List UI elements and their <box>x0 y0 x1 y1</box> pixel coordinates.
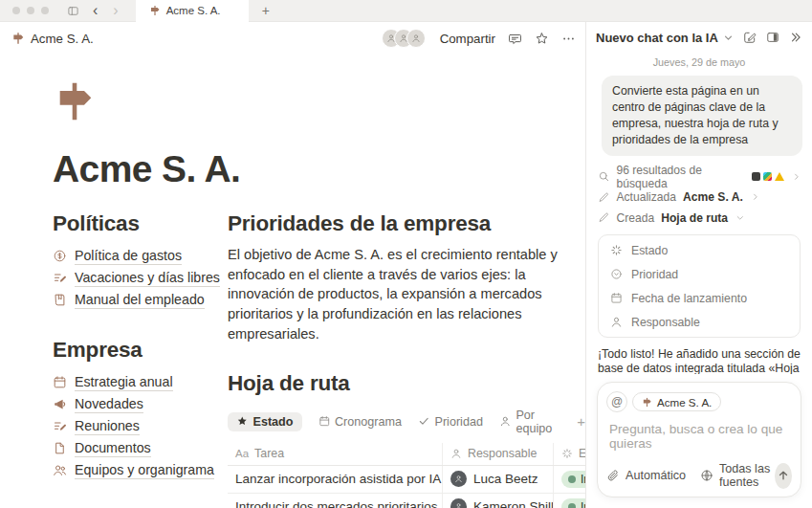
composer-input[interactable]: Pregunta, busca o crea lo que quieras <box>609 422 789 451</box>
page-link-icon <box>53 463 67 477</box>
property-label: Prioridad <box>631 268 678 281</box>
ai-panel-header: Nuevo chat con la IA <box>586 22 812 53</box>
page-title: Acme S. A. <box>53 148 585 190</box>
page-link-label: Estrategia anual <box>75 374 173 391</box>
tab-acme[interactable]: Acme S. A. <box>136 0 249 22</box>
ai-activity-list: 96 resultados de búsqueda <box>598 166 801 229</box>
status-badge: Inic <box>561 471 585 488</box>
chevron-icon <box>735 213 745 223</box>
view-tab[interactable]: Cronograma <box>318 415 403 429</box>
content-row: Acme S. A. Compartir Acme S. A. <box>0 22 812 508</box>
task-label: Introducir dos mercados prioritarios <box>235 499 438 508</box>
breadcrumb[interactable]: Acme S. A. <box>11 32 94 46</box>
view-tab[interactable]: Por equipo <box>499 409 560 435</box>
attach-mode-button[interactable]: Automático <box>606 469 686 482</box>
column-header[interactable]: Aa Tarea <box>228 443 442 465</box>
ai-composer[interactable]: @ Acme S. A. Pregunta, busca o crea lo q… <box>597 382 801 497</box>
property-row[interactable]: Estado <box>599 238 800 262</box>
share-button[interactable]: Compartir <box>440 32 495 46</box>
page-link-icon <box>53 441 67 455</box>
view-tab-icon <box>418 415 430 428</box>
page-link-label: Equipos y organigrama <box>75 462 214 479</box>
activity-target: Hoja de ruta <box>661 211 728 225</box>
table-body: Lanzar incorporación asistida por IA Luc… <box>228 466 585 508</box>
politicas-list: Política de gastos Vacaciones y días lib… <box>53 245 228 311</box>
page-icon-signpost[interactable] <box>53 79 97 123</box>
page-link[interactable]: Manual del empleado <box>53 289 228 311</box>
column-header[interactable]: E <box>553 443 585 465</box>
favorite-star-icon[interactable] <box>535 32 549 46</box>
property-type-icon <box>610 292 623 304</box>
activity-row[interactable]: Creada Hoja de ruta <box>598 208 801 229</box>
column-type-icon: Aa <box>235 448 249 459</box>
page-link[interactable]: Estrategia anual <box>53 371 228 393</box>
roadmap-heading: Hoja de ruta <box>228 371 585 396</box>
owner-cell[interactable]: Luca Beetz <box>442 466 553 493</box>
activity-icon <box>598 191 610 204</box>
property-row[interactable]: Fecha de lanzamiento <box>599 286 800 310</box>
back-button[interactable]: ‹ <box>93 3 98 18</box>
sidebar-toggle-icon[interactable] <box>67 5 79 17</box>
page-link[interactable]: Vacaciones y días libres <box>53 267 228 289</box>
window-controls[interactable] <box>12 7 49 14</box>
collapse-panel-icon[interactable] <box>789 31 802 44</box>
task-cell[interactable]: Lanzar incorporación asistida por IA <box>228 466 442 493</box>
page-link[interactable]: Equipos y organigrama <box>53 459 228 481</box>
main-content: Acme S. A. Compartir Acme S. A. <box>0 22 585 508</box>
property-label: Fecha de lanzamiento <box>631 292 747 305</box>
column-header[interactable]: Responsable <box>442 443 553 465</box>
mention-chip[interactable]: @ <box>606 391 627 412</box>
page-link[interactable]: Política de gastos <box>53 245 228 267</box>
owner-cell[interactable]: Kameron Shiller <box>442 494 553 508</box>
view-tab[interactable]: Estado <box>228 412 302 431</box>
activity-target: Acme S. A. <box>683 190 743 204</box>
collaborator-avatars[interactable] <box>382 29 426 48</box>
page-link-icon <box>53 397 67 411</box>
sources-button[interactable]: Todas las fuentes <box>700 462 775 489</box>
task-cell[interactable]: Introducir dos mercados prioritarios <box>228 494 442 508</box>
maximize-window-button[interactable] <box>41 7 49 14</box>
send-button[interactable] <box>775 463 792 489</box>
status-cell[interactable]: Inic <box>553 494 585 508</box>
activity-row[interactable]: Actualizada Acme S. A. <box>598 187 801 208</box>
minimize-window-button[interactable] <box>27 7 34 14</box>
column-header-label: E <box>579 447 585 460</box>
ai-chat-title[interactable]: Nuevo chat con la IA <box>596 31 718 45</box>
table-header-row: Aa Tarea Responsable <box>228 443 585 466</box>
view-tab[interactable]: Prioridad <box>418 415 483 429</box>
page-columns: Políticas Política de gastos <box>53 204 585 508</box>
table-row[interactable]: Lanzar incorporación asistida por IA Luc… <box>228 466 585 494</box>
drive-app-icon <box>775 172 784 181</box>
chevron-down-icon[interactable] <box>723 33 734 43</box>
new-chat-icon[interactable] <box>743 31 757 44</box>
context-page-chip[interactable]: Acme S. A. <box>632 392 721 411</box>
view-tab-icon <box>318 415 331 428</box>
page-link-label: Vacaciones y días libres <box>75 270 220 287</box>
window-tab-bar: ‹ › Acme S. A. + <box>0 0 812 22</box>
more-options-icon[interactable] <box>561 32 576 46</box>
page-link-label: Política de gastos <box>75 248 182 265</box>
page-link[interactable]: Documentos <box>53 437 228 459</box>
forward-button[interactable]: › <box>113 3 118 18</box>
close-window-button[interactable] <box>12 7 20 14</box>
table-row[interactable]: Introducir dos mercados prioritarios Kam… <box>228 494 585 508</box>
new-tab-button[interactable]: + <box>262 3 270 18</box>
view-tab-label: Prioridad <box>435 415 483 429</box>
ai-chat-scroll[interactable]: Jueves, 29 de mayo Convierte esta página… <box>586 53 812 374</box>
page-link-label: Manual del empleado <box>75 292 205 309</box>
status-cell[interactable]: Inic <box>553 466 585 493</box>
page-link[interactable]: Novedades <box>53 393 228 415</box>
notion-app-icon <box>752 172 760 181</box>
property-row[interactable]: Prioridad <box>599 262 800 286</box>
status-dot <box>568 475 576 483</box>
page-link[interactable]: Reuniones <box>53 415 228 437</box>
view-tab-icon <box>236 415 249 428</box>
activity-row[interactable]: 96 resultados de búsqueda <box>598 166 801 188</box>
panel-layout-icon[interactable] <box>766 31 779 44</box>
status-dot <box>568 503 576 508</box>
comments-icon[interactable] <box>508 32 522 46</box>
property-row[interactable]: Responsable <box>599 310 800 334</box>
property-type-icon <box>610 268 623 280</box>
add-view-button[interactable]: + <box>577 413 585 430</box>
owner-name: Luca Beetz <box>473 472 538 486</box>
